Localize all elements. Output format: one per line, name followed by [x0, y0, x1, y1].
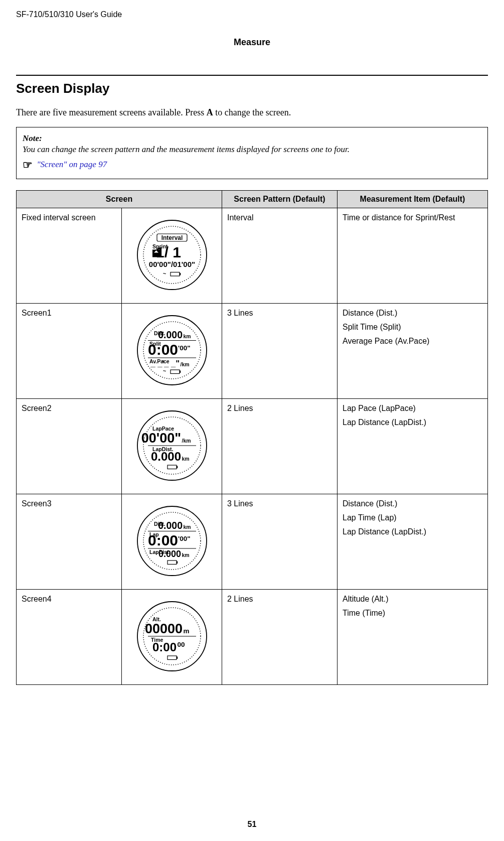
svg-text:00000: 00000: [144, 621, 182, 636]
measurement-items: Altitude (Alt.) Time (Time): [338, 590, 488, 685]
screen-pattern: Interval: [222, 208, 338, 304]
svg-rect-11: [180, 273, 181, 275]
screen-pattern: 2 Lines: [222, 590, 338, 685]
svg-text:0.000: 0.000: [158, 329, 183, 340]
svg-text:00'00"/01'00": 00'00"/01'00": [148, 260, 195, 268]
table-row: Fixed interval screen Interval Sprint 1/…: [17, 208, 488, 304]
list-item: Time (Time): [343, 609, 482, 618]
svg-text:~: ~: [163, 270, 166, 276]
note-box: Note: You can change the screen pattern …: [16, 127, 488, 179]
screens-table: Screen Screen Pattern (Default) Measurem…: [16, 190, 488, 685]
col-screen: Screen: [17, 191, 222, 208]
intro-text: There are five measurement screens avail…: [16, 107, 488, 118]
screen-name: Fixed interval screen: [17, 208, 122, 304]
svg-text:km: km: [182, 551, 189, 557]
svg-rect-27: [180, 370, 181, 373]
table-row: Screen3 Dist. 0.000 km Lap 0:00 '00": [17, 494, 488, 590]
svg-rect-64: [177, 656, 178, 659]
svg-text:0:00: 0:00: [147, 532, 178, 548]
list-item: Distance (Dist.): [343, 309, 482, 318]
watch-image: Dist. 0.000 km Split 0:00 '00" Av.Pace _…: [122, 304, 222, 399]
reference-icon: ☞: [23, 159, 33, 172]
list-item: Lap Distance (LapDist.): [343, 418, 482, 427]
measurement-items: Time or distance for Sprint/Rest: [338, 208, 488, 304]
list-item: Lap Pace (LapPace): [343, 404, 482, 413]
col-item: Measurement Item (Default): [338, 191, 488, 208]
watch-image: Alt. 00000 m Time 0:00 00: [122, 590, 222, 685]
svg-text:/km: /km: [180, 361, 189, 367]
screen-name: Screen1: [17, 304, 122, 399]
svg-text:0:00: 0:00: [152, 640, 176, 654]
svg-text:0.000: 0.000: [158, 520, 183, 531]
divider: [16, 75, 488, 76]
screen-name: Screen4: [17, 590, 122, 685]
note-label: Note:: [23, 133, 481, 144]
svg-text:km: km: [183, 333, 191, 339]
list-item: Average Pace (Av.Pace): [343, 337, 482, 346]
list-item: Lap Distance (LapDist.): [343, 527, 482, 536]
doc-header: SF-710/510/310 User's Guide: [16, 10, 488, 19]
table-row: Screen2 LapPace 00'00" /km LapDist. 0.00…: [17, 399, 488, 494]
svg-text:Interval: Interval: [161, 234, 183, 241]
svg-rect-53: [177, 561, 178, 564]
page-heading: Screen Display: [16, 81, 488, 96]
reference-link[interactable]: "Screen" on page 97: [37, 160, 107, 169]
screen-pattern: 2 Lines: [222, 399, 338, 494]
screen-pattern: 3 Lines: [222, 304, 338, 399]
watch-image: Interval Sprint 1/ 1 00'00"/01'00" ~: [122, 208, 222, 304]
svg-text:'00": '00": [178, 344, 191, 352]
screen-pattern: 3 Lines: [222, 494, 338, 590]
watch-image: LapPace 00'00" /km LapDist. 0.000 km: [122, 399, 222, 494]
svg-text:/km: /km: [182, 438, 191, 444]
svg-text:0.000: 0.000: [158, 548, 181, 558]
table-row: Screen4 Alt. 00000 m Time 0:00 00: [17, 590, 488, 685]
list-item: Lap Time (Lap): [343, 513, 482, 522]
svg-text:km: km: [182, 456, 189, 462]
list-item: Time or distance for Sprint/Rest: [343, 213, 482, 222]
svg-text:km: km: [183, 524, 191, 530]
measurement-items: Distance (Dist.) Lap Time (Lap) Lap Dist…: [338, 494, 488, 590]
list-item: Distance (Dist.): [343, 499, 482, 508]
svg-text:0.000: 0.000: [150, 450, 181, 463]
list-item: Altitude (Alt.): [343, 595, 482, 604]
svg-text:'00": '00": [178, 535, 191, 542]
svg-text:00'00": 00'00": [141, 431, 181, 446]
screen-name: Screen3: [17, 494, 122, 590]
measurement-items: Lap Pace (LapPace) Lap Distance (LapDist…: [338, 399, 488, 494]
button-a-label: A: [207, 107, 213, 117]
table-row: Screen1 Dist. 0.000 km Split 0:00 '00": [17, 304, 488, 399]
measurement-items: Distance (Dist.) Split Time (Split) Aver…: [338, 304, 488, 399]
svg-rect-38: [177, 466, 178, 468]
svg-text:_ _'_ _": _ _'_ _": [150, 358, 180, 367]
svg-text:00: 00: [177, 641, 185, 648]
note-text: You can change the screen pattern and th…: [23, 145, 481, 155]
svg-text:~: ~: [163, 368, 166, 374]
note-ref-row: ☞ "Screen" on page 97: [23, 159, 481, 172]
intro-before: There are five measurement screens avail…: [16, 107, 207, 117]
watch-image: Dist. 0.000 km Lap 0:00 '00" LapDist. 0.…: [122, 494, 222, 590]
list-item: Split Time (Split): [343, 323, 482, 332]
intro-after: to change the screen.: [213, 107, 291, 117]
svg-text:m: m: [183, 627, 189, 635]
page-number: 51: [0, 820, 504, 829]
svg-text:0:00: 0:00: [147, 341, 178, 358]
section-title: Measure: [16, 37, 488, 48]
svg-text:1/ 1: 1/ 1: [155, 243, 181, 260]
screen-name: Screen2: [17, 399, 122, 494]
col-pattern: Screen Pattern (Default): [222, 191, 338, 208]
